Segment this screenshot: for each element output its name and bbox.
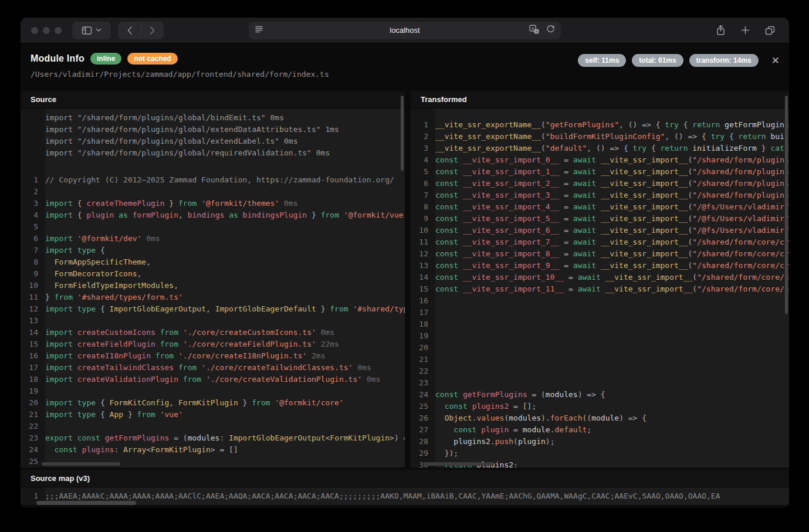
- code-line: import "/shared/form/plugins/global/bind…: [21, 112, 405, 124]
- close-button[interactable]: ✕: [771, 56, 780, 66]
- inline-badge: inline: [90, 53, 121, 65]
- code-line: import "/shared/form/plugins/global/exte…: [21, 124, 405, 135]
- total-time-badge: total: 61ms: [632, 54, 683, 67]
- code-line: 12import type { ImportGlobEagerOutput, I…: [21, 303, 405, 315]
- code-line: 22: [21, 421, 405, 432]
- code-panels: Source import "/shared/form/plugins/glob…: [21, 91, 789, 467]
- browser-toolbar: localhost A x: [21, 18, 789, 43]
- code-line: 23: [411, 377, 789, 389]
- page-title: Module Info: [31, 53, 84, 64]
- code-line: 29 });: [411, 448, 789, 459]
- code-line: 1// Copyright (C) 2012–2025 Zammad Found…: [21, 174, 405, 186]
- url-text: localhost: [249, 26, 561, 35]
- code-line: 3import { createThemePlugin } from '@for…: [21, 198, 405, 209]
- code-line: 11} from '#shared/types/form.ts': [21, 292, 405, 303]
- code-line: 25 const plugins2 = [];: [411, 401, 789, 412]
- reload-button[interactable]: [546, 25, 555, 36]
- minimize-window-button[interactable]: [43, 27, 50, 34]
- module-info-header: Module Info inline not cached /Users/vla…: [21, 43, 789, 91]
- code-line: 4import { plugin as formPlugin, bindings…: [21, 209, 405, 221]
- code-line: 24 const plugins: Array<FormKitPlugin> =…: [21, 444, 405, 456]
- transform-time-badge: transform: 14ms: [689, 54, 759, 67]
- code-line: 7import type {: [21, 245, 405, 256]
- code-line: 4const __vite_ssr_import_0__ = await __v…: [411, 154, 789, 166]
- code-line: 1__vite_ssr_exportName__("getFormPlugins…: [411, 119, 789, 131]
- code-line: 22: [411, 365, 789, 377]
- sidebar-button[interactable]: [72, 22, 111, 39]
- code-line: 2: [21, 186, 405, 198]
- reload-icon: [546, 25, 555, 33]
- forward-button[interactable]: [150, 26, 155, 35]
- back-button[interactable]: [127, 26, 133, 35]
- module-file-path: /Users/vladimir/Projects/zammad/app/fron…: [31, 70, 329, 79]
- code-line: 19: [21, 385, 405, 397]
- transformed-code[interactable]: 1__vite_ssr_exportName__("getFormPlugins…: [411, 109, 789, 467]
- new-tab-icon: [741, 26, 750, 35]
- code-line: 2__vite_ssr_exportName__("buildFormKitPl…: [411, 131, 789, 143]
- code-line: 15import createFieldPlugin from './core/…: [21, 338, 405, 350]
- tab-overview-icon: [765, 26, 775, 35]
- page-horizontal-scrollbar[interactable]: [36, 501, 136, 505]
- self-time-badge: self: 11ms: [578, 54, 626, 67]
- code-line: 23export const getFormPlugins = (modules…: [21, 432, 405, 444]
- code-line: 5const __vite_ssr_import_1__ = await __v…: [411, 166, 789, 178]
- history-nav-group: [118, 22, 164, 39]
- translate-icon[interactable]: A x: [529, 25, 539, 36]
- transformed-horizontal-scrollbar[interactable]: [424, 462, 494, 466]
- share-button[interactable]: [716, 25, 726, 36]
- reader-icon[interactable]: [255, 25, 263, 36]
- transformed-vertical-scrollbar[interactable]: [785, 96, 788, 314]
- toolbar-right-actions: [716, 25, 778, 36]
- code-line: 13const __vite_ssr_import_9__ = await __…: [411, 260, 789, 272]
- transformed-panel: Transformed 1__vite_ssr_exportName__("ge…: [411, 91, 789, 467]
- back-icon: [127, 26, 133, 35]
- code-line: 9 FormDecoratorIcons,: [21, 268, 405, 280]
- code-line: 21: [411, 354, 789, 365]
- tab-overview-button[interactable]: [765, 26, 775, 35]
- svg-text:A: A: [531, 25, 534, 31]
- nav-divider: [141, 25, 141, 36]
- code-line: import "/shared/form/plugins/global/exte…: [21, 135, 405, 147]
- transformed-panel-title: Transformed: [411, 91, 789, 109]
- source-panel-title: Source: [21, 91, 405, 109]
- address-bar[interactable]: localhost A x: [249, 22, 561, 39]
- code-line: 3__vite_ssr_exportName__("default", () =…: [411, 143, 789, 154]
- window-controls: [31, 27, 62, 34]
- code-line: 28 plugins2.push(plugin);: [411, 436, 789, 448]
- code-line: 19: [411, 330, 789, 342]
- code-line: 7const __vite_ssr_import_3__ = await __v…: [411, 189, 789, 201]
- code-line: 27 const plugin = module.default;: [411, 424, 789, 436]
- code-line: 16import createI18nPlugin from './core/c…: [21, 350, 405, 362]
- forward-icon: [150, 26, 155, 35]
- inspect-page: Module Info inline not cached /Users/vla…: [21, 43, 789, 507]
- code-line: 14import createCustomIcons from './core/…: [21, 327, 405, 338]
- code-line: 8 FormAppSpecificTheme,: [21, 256, 405, 268]
- sourcemap-section: Source map (v3) 1 ;;;AAEA;AAAkC;AAAA;AAA…: [21, 470, 789, 505]
- code-line: 18import createValidationPlugin from './…: [21, 374, 405, 385]
- source-horizontal-scrollbar[interactable]: [42, 462, 120, 466]
- sourcemap-mappings: ;;;AAEA;AAAkC;AAAA;AAAA;AAAA;AAClC;AAEA;…: [45, 490, 720, 502]
- code-line: 20: [411, 342, 789, 354]
- code-line: 17: [411, 307, 789, 318]
- code-line: import "/shared/form/plugins/global/requ…: [21, 147, 405, 159]
- zoom-window-button[interactable]: [55, 27, 62, 34]
- code-line: 10 FormFieldTypeImportModules,: [21, 280, 405, 292]
- code-line: 15const __vite_ssr_import_11__ = await _…: [411, 283, 789, 295]
- browser-window: localhost A x: [21, 18, 789, 508]
- code-line: 18: [411, 318, 789, 330]
- code-line: 25: [21, 456, 405, 467]
- sidebar-icon: [82, 26, 92, 35]
- code-line: 13: [21, 315, 405, 327]
- new-tab-button[interactable]: [741, 26, 750, 35]
- code-line: 26 Object.values(modules).forEach((modul…: [411, 412, 789, 424]
- code-line: 5: [21, 221, 405, 233]
- source-code[interactable]: import "/shared/form/plugins/global/bind…: [21, 109, 405, 467]
- sourcemap-title: Source map (v3): [21, 470, 789, 487]
- close-window-button[interactable]: [31, 27, 38, 34]
- code-line: 24const getFormPlugins = (modules) => {: [411, 389, 789, 401]
- code-line: 21import type { App } from 'vue': [21, 409, 405, 421]
- code-line: 6import '@formkit/dev' 0ms: [21, 233, 405, 245]
- code-line: 16: [411, 295, 789, 307]
- share-icon: [716, 25, 726, 36]
- source-vertical-scrollbar[interactable]: [401, 96, 404, 171]
